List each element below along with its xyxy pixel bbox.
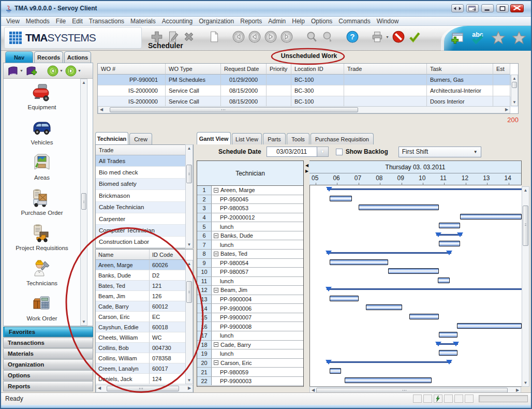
menu-item-methods[interactable]: Methods xyxy=(23,17,53,25)
nav-last-icon[interactable] xyxy=(280,30,293,43)
column-header-request-date[interactable]: Request Date xyxy=(221,64,267,75)
scroll-down-arrow[interactable]: ▼ xyxy=(186,377,193,384)
accordion-reports[interactable]: Reports xyxy=(3,381,93,391)
tab-nav[interactable]: Nav xyxy=(5,51,33,63)
sidebar-item-project-requisitions[interactable]: Project Requisitions xyxy=(4,220,80,255)
menu-item-transactions[interactable]: Transactions xyxy=(86,17,127,25)
gantt-task-bar[interactable] xyxy=(359,204,439,210)
trade-item[interactable]: Brickmason xyxy=(96,190,193,201)
gantt-row-label[interactable]: 9PP-980054 xyxy=(197,259,303,268)
detach-window-button[interactable] xyxy=(466,4,479,12)
gantt-task-bar[interactable] xyxy=(438,277,449,283)
unscheduled-horizontal-scrollbar[interactable]: ◀▶ xyxy=(98,106,510,113)
menu-item-admin[interactable]: Admin xyxy=(265,17,289,25)
scroll-thumb[interactable] xyxy=(107,386,179,391)
collapse-icon[interactable] xyxy=(214,360,218,365)
gantt-row-label[interactable]: 5lunch xyxy=(197,222,303,231)
menu-item-edit[interactable]: Edit xyxy=(69,17,86,25)
trade-item[interactable]: Construction Labor xyxy=(96,237,193,248)
gantt-task-bar[interactable] xyxy=(330,196,352,201)
schedule-date-field[interactable]: 03/03/2011 xyxy=(267,147,317,157)
scroll-up-arrow[interactable]: ▲ xyxy=(81,79,87,86)
tab-parts[interactable]: Parts xyxy=(263,133,286,144)
gantt-row-label[interactable]: 10PP-980057 xyxy=(197,268,303,277)
technician-row[interactable]: Creem, Lanalyn60017 xyxy=(96,363,193,374)
add-bookmark-button[interactable] xyxy=(25,65,37,77)
gantt-task-bar[interactable] xyxy=(439,241,461,246)
show-backlog-checkbox[interactable] xyxy=(336,149,343,155)
column-header-wo-[interactable]: WO # xyxy=(98,64,166,75)
gantt-task-bar[interactable] xyxy=(439,350,457,356)
gantt-summary-bar[interactable] xyxy=(327,186,522,194)
gantt-row-label[interactable]: 19lunch xyxy=(197,349,303,359)
column-header-trade[interactable]: Trade xyxy=(344,64,427,75)
menu-item-accounting[interactable]: Accounting xyxy=(159,17,196,25)
gantt-task-bar[interactable] xyxy=(366,304,402,310)
trade-list-scrollbar[interactable]: ▲▼ xyxy=(185,144,193,249)
scroll-thumb[interactable] xyxy=(186,165,192,183)
scroll-up-arrow[interactable]: ▲ xyxy=(522,187,529,194)
gantt-summary-bar[interactable] xyxy=(436,232,463,239)
menu-item-window[interactable]: Window xyxy=(374,17,402,25)
scroll-thumb[interactable] xyxy=(186,281,192,303)
sidebar-item-areas[interactable]: Areas xyxy=(4,149,80,184)
gantt-task-bar[interactable] xyxy=(345,377,432,383)
collapse-icon[interactable] xyxy=(214,252,218,256)
shift-select[interactable]: First Shift ▼ xyxy=(398,147,481,157)
scroll-thumb[interactable] xyxy=(110,107,358,112)
gantt-row-label[interactable]: 11lunch xyxy=(197,277,303,286)
trade-item[interactable]: Biomed safety xyxy=(96,179,193,190)
gantt-row-label[interactable]: 7lunch xyxy=(197,240,303,250)
technician-row[interactable]: Cheets, WilliamWC xyxy=(96,332,193,343)
menu-item-view[interactable]: View xyxy=(3,17,23,25)
tab-tools[interactable]: Tools xyxy=(287,133,309,144)
gantt-row-label[interactable]: 18Cade, Barry xyxy=(197,341,303,350)
tab-gantt-view[interactable]: Gantt View xyxy=(197,132,231,144)
tab-list-view[interactable]: List View xyxy=(232,133,262,144)
nav-first-icon[interactable] xyxy=(232,30,245,43)
spell-check-icon[interactable]: abc xyxy=(470,30,485,46)
column-header-wo-type[interactable]: WO Type xyxy=(166,64,221,75)
trade-item[interactable]: Carpenter xyxy=(96,213,193,225)
sidebar-item-purchase-order[interactable]: Purchase Order xyxy=(4,184,80,220)
nav-prev-icon[interactable] xyxy=(248,30,261,43)
collapse-icon[interactable] xyxy=(214,188,218,193)
gantt-task-bar[interactable] xyxy=(439,332,457,338)
gantt-summary-bar[interactable] xyxy=(327,359,451,367)
gantt-row-label[interactable]: 21PP-980059 xyxy=(197,368,303,377)
tab-records[interactable]: Records xyxy=(34,51,63,63)
star-icon[interactable] xyxy=(511,30,527,46)
gantt-task-bar[interactable] xyxy=(330,296,359,301)
nav-next-icon[interactable] xyxy=(264,30,277,43)
accordion-favorites[interactable]: Favorites xyxy=(3,327,93,337)
technician-row[interactable]: Cayshun, Eddie60018 xyxy=(96,322,193,332)
scroll-down-arrow[interactable]: ▼ xyxy=(81,318,87,325)
minimize-button[interactable] xyxy=(481,4,494,12)
sidebar-item-work-order[interactable]: Work Order xyxy=(4,290,80,325)
technician-row[interactable]: Areen, Marge60026 xyxy=(96,260,193,270)
chevron-down-icon[interactable]: ▼ xyxy=(60,69,63,72)
scroll-left-arrow[interactable]: ◀ xyxy=(99,107,104,113)
sidebar-item-vehicles[interactable]: Vehicles xyxy=(4,114,80,149)
gantt-task-bar[interactable] xyxy=(457,323,522,329)
scroll-thumb[interactable] xyxy=(523,206,528,246)
technician-row[interactable]: Banks, DudeD2 xyxy=(96,270,193,281)
tab-crew[interactable]: Crew xyxy=(129,133,152,144)
trade-item[interactable]: All Trades xyxy=(96,155,193,167)
tab-actions[interactable]: Actions xyxy=(64,51,91,63)
gantt-task-bar[interactable] xyxy=(439,223,461,228)
nav-forward-button[interactable] xyxy=(65,65,77,77)
panel-splitter[interactable]: ◀▶ xyxy=(304,163,309,174)
column-header-task[interactable]: Task xyxy=(427,64,493,75)
close-button[interactable] xyxy=(510,4,524,12)
gantt-task-bar[interactable] xyxy=(330,259,388,265)
gantt-row-label[interactable]: 15PP-9900007 xyxy=(197,313,303,323)
collapse-icon[interactable] xyxy=(214,288,218,293)
gantt-row-label[interactable]: 8Bates, Ted xyxy=(197,250,303,259)
gantt-row-label[interactable]: 12Beam, Jim xyxy=(197,286,303,295)
technician-row[interactable]: Daniels, Jack124 xyxy=(96,374,193,384)
scroll-up-arrow[interactable]: ▲ xyxy=(186,260,193,267)
technician-row[interactable]: Bates, Ted121 xyxy=(96,281,193,291)
print-dropdown-icon[interactable]: ▼ xyxy=(386,35,389,39)
gantt-row-label[interactable]: 22PP-9900003 xyxy=(197,377,303,386)
